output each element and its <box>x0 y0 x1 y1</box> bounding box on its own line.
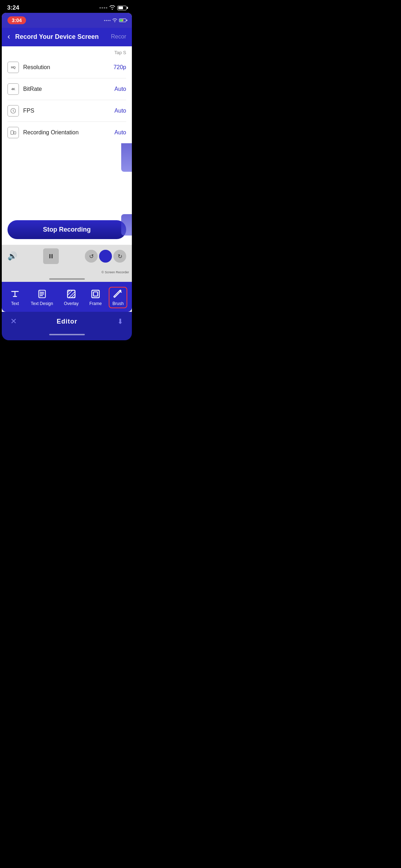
bitrate-row[interactable]: 4K BitRate Auto <box>7 78 126 100</box>
resolution-row[interactable]: HQ Resolution 720p <box>7 57 126 78</box>
screen-recorder-label: © Screen Recorder <box>2 268 132 276</box>
editor-title: Editor <box>57 318 77 325</box>
tap-label: Tap S <box>7 46 126 57</box>
frame-icon <box>91 289 101 299</box>
orientation-icon <box>7 127 19 138</box>
signal-icon <box>99 7 107 9</box>
content-area: Stop Recording <box>2 143 132 239</box>
svg-rect-12 <box>92 290 99 298</box>
text-icon <box>10 289 20 299</box>
inner-time-pill: 3:04 <box>7 16 26 24</box>
editor-close-button[interactable]: ✕ <box>10 317 17 326</box>
toolbar-item-text[interactable]: Text <box>6 287 24 308</box>
svg-rect-3 <box>50 254 51 258</box>
device-screen: 3:04 ⚡ ‹ Record Your Device Screen Recor <box>2 13 132 312</box>
fps-value: Auto <box>114 108 126 114</box>
bitrate-icon: 4K <box>7 83 19 95</box>
inner-signal-icon <box>104 20 110 21</box>
redo-button[interactable]: ↻ <box>113 250 126 263</box>
inner-wifi-icon <box>112 19 117 22</box>
svg-rect-1 <box>11 131 14 135</box>
svg-rect-2 <box>14 131 16 134</box>
toolbar-label-frame: Frame <box>89 301 102 306</box>
bitrate-label: BitRate <box>23 86 114 92</box>
text-design-icon <box>37 289 47 299</box>
bottom-toolbar: Text Text Design <box>2 282 132 312</box>
home-indicator <box>2 276 132 282</box>
brush-icon <box>113 289 123 299</box>
bitrate-value: Auto <box>114 86 126 92</box>
orientation-row[interactable]: Recording Orientation Auto <box>7 122 126 143</box>
inner-battery-icon: ⚡ <box>119 19 126 22</box>
editor-bottom-indicator <box>2 331 132 340</box>
blue-deco-bottom <box>121 214 132 236</box>
resolution-value: 720p <box>113 64 126 71</box>
status-icons <box>99 5 127 11</box>
blue-deco-top <box>121 143 132 172</box>
toolbar-label-text-design: Text Design <box>31 301 53 306</box>
resolution-icon: HQ <box>7 62 19 73</box>
overlay-icon <box>66 289 76 299</box>
toolbar-items: Text Text Design <box>2 287 132 308</box>
wifi-icon <box>109 5 115 11</box>
toolbar-item-overlay[interactable]: Overlay <box>60 287 82 308</box>
svg-rect-13 <box>93 292 98 296</box>
control-bar: 🔊 ↺ ↻ <box>2 245 132 268</box>
inner-status-icons: ⚡ <box>104 19 126 22</box>
orientation-value: Auto <box>114 129 126 136</box>
fps-label: FPS <box>23 108 114 114</box>
toolbar-item-brush[interactable]: Brush <box>109 287 127 308</box>
volume-icon[interactable]: 🔊 <box>7 252 17 261</box>
editor-download-button[interactable]: ⬇ <box>117 317 123 326</box>
resolution-label: Resolution <box>23 64 113 71</box>
status-time: 3:24 <box>7 4 19 11</box>
fps-row[interactable]: FPS Auto <box>7 100 126 122</box>
inner-status-bar: 3:04 ⚡ <box>2 13 132 28</box>
svg-rect-4 <box>52 254 53 258</box>
outer-status-bar: 3:24 <box>0 0 134 13</box>
battery-icon <box>117 6 127 10</box>
record-dot <box>99 250 112 263</box>
orientation-label: Recording Orientation <box>23 129 114 136</box>
toolbar-label-text: Text <box>11 301 19 306</box>
toolbar-item-frame[interactable]: Frame <box>86 287 106 308</box>
editor-bar: ✕ Editor ⬇ <box>2 312 132 331</box>
fps-icon <box>7 105 19 117</box>
toolbar-label-overlay: Overlay <box>64 301 78 306</box>
editor-home-bar <box>49 334 85 335</box>
nav-header: ‹ Record Your Device Screen Recor <box>2 28 132 46</box>
toolbar-item-text-design[interactable]: Text Design <box>27 287 57 308</box>
undo-redo-group: ↺ ↻ <box>85 250 126 263</box>
toolbar-label-brush: Brush <box>112 301 123 306</box>
settings-list: Tap S HQ Resolution 720p 4K BitRate Auto <box>2 46 132 143</box>
home-bar <box>49 278 85 280</box>
nav-tab-partial: Recor <box>111 33 126 40</box>
undo-button[interactable]: ↺ <box>85 250 98 263</box>
pause-button[interactable] <box>43 248 59 264</box>
nav-title: Record Your Device Screen <box>6 33 107 41</box>
stop-recording-button[interactable]: Stop Recording <box>7 220 126 239</box>
